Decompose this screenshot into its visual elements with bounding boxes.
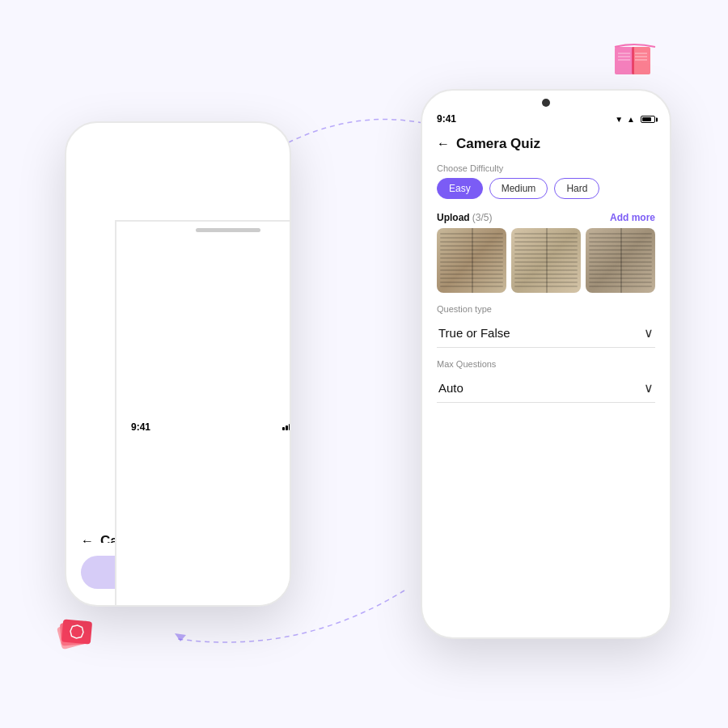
right-header: ← Camera Quiz <box>437 133 655 152</box>
chevron-down-icon-max-right: ∨ <box>644 380 654 396</box>
question-type-label-right: Question type <box>437 304 655 314</box>
image-thumb-2[interactable] <box>511 228 581 293</box>
svg-marker-0 <box>175 633 186 641</box>
status-bar-right: 9:41 ▼ ▲ <box>422 110 670 129</box>
cards-decoration <box>53 607 101 659</box>
status-time-right: 9:41 <box>437 113 456 125</box>
page-title-right: Camera Quiz <box>456 136 540 152</box>
camera-dot-right <box>542 99 550 107</box>
status-icons-left: ▲ <box>282 422 291 432</box>
images-row <box>437 228 655 293</box>
question-type-dropdown-right[interactable]: True or False ∨ <box>437 319 655 348</box>
svg-rect-4 <box>632 47 634 74</box>
max-questions-value-right: Auto <box>438 381 463 395</box>
image-thumb-1[interactable] <box>437 228 506 293</box>
max-questions-label-right: Max Questions <box>437 359 655 369</box>
difficulty-label-right: Choose Difficulty <box>437 163 655 173</box>
back-button-left[interactable]: ← <box>81 534 94 543</box>
phone-right: 9:41 ▼ ▲ ← Camera Quiz Choose Difficulty… <box>421 89 671 639</box>
signal-icon <box>282 422 291 432</box>
difficulty-easy-right[interactable]: Easy <box>437 178 483 199</box>
image-thumb-3[interactable] <box>586 228 655 293</box>
difficulty-row-right: Easy Medium Hard <box>437 178 655 199</box>
question-type-section-right: Question type True or False ∨ <box>437 304 655 348</box>
phone-left: 9:41 ▲ ← Ca <box>65 121 291 607</box>
max-questions-section-right: Max Questions Auto ∨ <box>437 359 655 403</box>
book-decoration <box>611 40 659 84</box>
question-type-value-right: True or False <box>438 326 510 340</box>
max-questions-dropdown-right[interactable]: Auto ∨ <box>437 374 655 403</box>
difficulty-medium-right[interactable]: Medium <box>489 178 548 199</box>
status-icons-right: ▼ ▲ <box>615 112 655 126</box>
scene: 9:41 ▲ ← Ca <box>16 24 712 704</box>
status-time-left: 9:41 <box>131 421 150 433</box>
difficulty-hard-right[interactable]: Hard <box>554 178 599 199</box>
chevron-down-icon-right: ∨ <box>644 325 654 341</box>
wifi-icon-right: ▲ <box>627 115 635 124</box>
back-button-right[interactable]: ← <box>437 137 450 151</box>
upload-label-row-right: Upload (3/5) Add more <box>437 212 655 223</box>
svg-rect-3 <box>633 47 650 74</box>
svg-rect-13 <box>61 619 92 644</box>
phone-right-content: ← Camera Quiz Choose Difficulty Easy Med… <box>422 129 670 637</box>
signal-icon-right: ▼ <box>615 115 623 124</box>
add-more-button[interactable]: Add more <box>610 212 655 223</box>
upload-label-right: Upload (3/5) <box>437 212 492 223</box>
battery-icon-right <box>639 112 655 126</box>
notch-bar <box>196 228 260 232</box>
svg-rect-2 <box>615 47 633 74</box>
